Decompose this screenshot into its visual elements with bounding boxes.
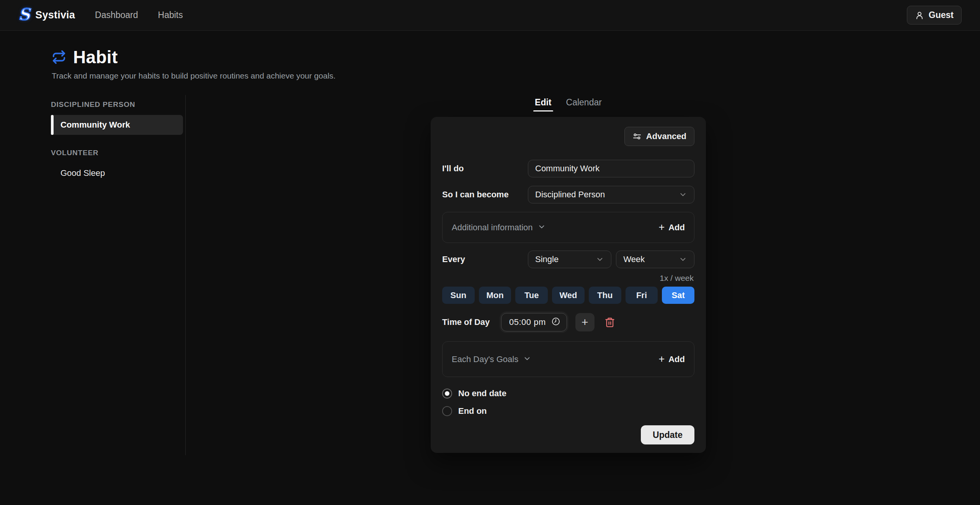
each-days-goals-section: Each Day's Goals + Add [442, 341, 694, 377]
identity-select-value: Disciplined Person [535, 190, 605, 200]
guest-label: Guest [929, 10, 954, 20]
frequency-unit-value: Week [623, 254, 645, 264]
plus-icon: + [658, 354, 665, 364]
no-end-date-option[interactable]: No end date [442, 389, 694, 398]
day-button-tue[interactable]: Tue [515, 287, 548, 304]
sidebar-group-label: DISCIPLINED PERSON [51, 100, 183, 109]
clock-icon [551, 317, 560, 328]
sidebar-item-good-sleep[interactable]: Good Sleep [54, 163, 183, 183]
main-panel: Edit Calendar Advanced I'll do So I c [186, 95, 980, 455]
nav-links: Dashboard Habits [95, 10, 183, 20]
tab-calendar[interactable]: Calendar [565, 95, 603, 111]
additional-information-section: Additional information + Add [442, 212, 694, 243]
page-title: Habit [73, 47, 118, 67]
frequency-count-select[interactable]: Single [528, 251, 611, 268]
nav-link-dashboard[interactable]: Dashboard [95, 10, 138, 20]
sidebar-item-community-work[interactable]: Community Work [54, 115, 183, 135]
day-button-wed[interactable]: Wed [552, 287, 585, 304]
habit-sidebar: DISCIPLINED PERSON Community Work VOLUNT… [51, 95, 186, 455]
body-layout: DISCIPLINED PERSON Community Work VOLUNT… [0, 95, 980, 455]
day-button-thu[interactable]: Thu [589, 287, 621, 304]
plus-icon: + [658, 222, 665, 233]
every-label: Every [442, 254, 528, 264]
guest-button[interactable]: Guest [907, 6, 962, 25]
user-icon [915, 11, 924, 20]
page-subtitle: Track and manage your habits to build po… [52, 71, 980, 80]
identity-select[interactable]: Disciplined Person [528, 186, 694, 203]
chevron-down-icon [679, 255, 687, 264]
ill-do-label: I'll do [442, 164, 528, 174]
settings-sliders-icon [632, 132, 642, 141]
page-header: Habit Track and manage your habits to bu… [52, 47, 980, 80]
add-label: Add [668, 223, 685, 233]
habit-edit-card: Advanced I'll do So I can become Discipl… [431, 117, 706, 453]
day-button-sun[interactable]: Sun [442, 287, 475, 304]
become-label: So I can become [442, 190, 528, 200]
day-button-fri[interactable]: Fri [626, 287, 658, 304]
trash-icon[interactable] [604, 317, 615, 328]
chevron-down-icon [523, 354, 531, 364]
brand-name: Systivia [35, 9, 75, 21]
sidebar-group-label: VOLUNTEER [51, 149, 183, 157]
chevron-down-icon [537, 223, 546, 233]
weekday-selector: Sun Mon Tue Wed Thu Fri Sat [442, 287, 694, 304]
additional-information-label: Additional information [452, 223, 533, 233]
edit-calendar-tabs: Edit Calendar [533, 95, 603, 111]
day-button-mon[interactable]: Mon [479, 287, 511, 304]
advanced-button[interactable]: Advanced [624, 127, 694, 146]
time-value: 05:00 pm [509, 317, 546, 327]
chevron-down-icon [596, 255, 604, 264]
add-time-button[interactable]: + [575, 313, 595, 331]
additional-information-toggle[interactable]: Additional information [452, 223, 546, 233]
repeat-icon [52, 50, 66, 64]
each-days-goals-add-button[interactable]: + Add [658, 354, 685, 364]
add-label: Add [668, 354, 685, 364]
end-on-option[interactable]: End on [442, 406, 694, 416]
frequency-count-value: Single [535, 254, 559, 264]
frequency-note: 1x / week [443, 274, 694, 283]
chevron-down-icon [679, 190, 687, 199]
each-days-goals-label: Each Day's Goals [452, 354, 518, 364]
brand[interactable]: S Systivia [18, 7, 75, 24]
time-of-day-label: Time of Day [442, 317, 493, 327]
radio-unselected [442, 406, 452, 416]
systivia-logo-icon: S [18, 7, 30, 24]
each-days-goals-toggle[interactable]: Each Day's Goals [452, 354, 531, 364]
sidebar-group-disciplined-person: DISCIPLINED PERSON Community Work [51, 100, 183, 135]
sidebar-item-label: Community Work [60, 120, 130, 130]
update-button[interactable]: Update [641, 425, 694, 444]
advanced-label: Advanced [646, 131, 686, 141]
active-indicator-bar [51, 115, 54, 135]
day-button-sat[interactable]: Sat [662, 287, 694, 304]
additional-information-add-button[interactable]: + Add [658, 222, 685, 233]
frequency-unit-select[interactable]: Week [616, 251, 694, 268]
time-input[interactable]: 05:00 pm [501, 313, 567, 331]
top-nav: S Systivia Dashboard Habits Guest [0, 0, 980, 31]
no-end-date-label: No end date [458, 389, 506, 398]
sidebar-item-label: Good Sleep [60, 168, 105, 178]
sidebar-group-volunteer: VOLUNTEER Good Sleep [51, 149, 183, 183]
end-on-label: End on [458, 406, 487, 416]
nav-link-habits[interactable]: Habits [158, 10, 183, 20]
radio-selected [442, 389, 452, 398]
habit-name-input[interactable] [528, 160, 694, 177]
time-of-day-row: Time of Day 05:00 pm + [442, 313, 694, 331]
tab-edit[interactable]: Edit [533, 95, 553, 111]
